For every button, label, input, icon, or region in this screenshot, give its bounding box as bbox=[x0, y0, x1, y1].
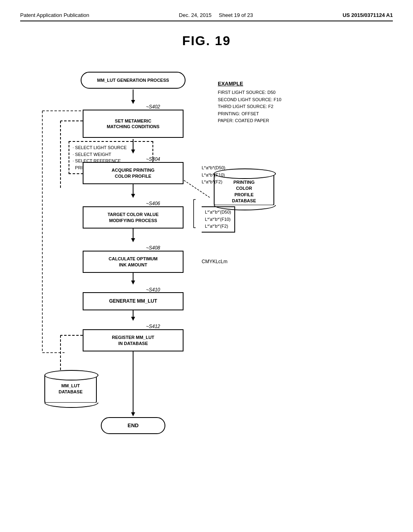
step-s412-label: ~S412 bbox=[146, 324, 160, 329]
step-s406-label: ~S406 bbox=[146, 201, 160, 206]
header-left: Patent Application Publication bbox=[20, 12, 89, 18]
header-patent: US 2015/0371124 A1 bbox=[342, 12, 393, 18]
header-date: Dec. 24, 2015 Sheet 19 of 23 bbox=[179, 12, 253, 18]
step-s404-label: ~S404 bbox=[146, 156, 160, 162]
arrows-svg bbox=[20, 64, 393, 488]
example-text: FIRST LIGHT SOURCE: D50 SECOND LIGHT SOU… bbox=[218, 89, 282, 125]
svg-marker-5 bbox=[131, 194, 135, 198]
svg-marker-11 bbox=[131, 317, 135, 321]
ink-values: CMYKLcLm bbox=[202, 259, 227, 264]
start-oval: MM_LUT GENERATION PROCESS bbox=[81, 72, 186, 89]
step-s404-box: ACQUIRE PRINTING COLOR PROFILE bbox=[83, 162, 184, 184]
step-s408-label: ~S408 bbox=[146, 245, 160, 251]
svg-marker-1 bbox=[131, 100, 135, 104]
step-s402-box: SET METAMERIC MATCHING CONDITIONS bbox=[83, 110, 184, 138]
page: Patent Application Publication Dec. 24, … bbox=[0, 0, 413, 532]
svg-marker-7 bbox=[131, 238, 135, 242]
step-s408-box: CALCULATE OPTIMUM INK AMOUNT bbox=[83, 251, 184, 273]
page-header: Patent Application Publication Dec. 24, … bbox=[20, 12, 393, 21]
svg-marker-13 bbox=[131, 412, 135, 416]
profile-values: L*a*b*(D50) L*a*b*(F10) L*a*b*(F2) bbox=[202, 164, 225, 186]
step-s402-label: ~S402 bbox=[146, 104, 160, 110]
example-section: EXAMPLE FIRST LIGHT SOURCE: D50 SECOND L… bbox=[218, 81, 282, 125]
step-s406-box: TARGET COLOR VALUE MODIFYING PROCESS bbox=[83, 206, 184, 229]
target-values: L*'a*'b*'(D50) L*'a*'b*'(F10) L*'a*'b*'(… bbox=[202, 206, 235, 233]
step-s410-box: GENERATE MM_LUT bbox=[83, 292, 184, 310]
example-label: EXAMPLE bbox=[218, 81, 282, 87]
figure-title: FIG. 19 bbox=[20, 33, 393, 48]
svg-marker-9 bbox=[131, 281, 135, 285]
mm-lut-database: MM_LUT DATABASE bbox=[44, 375, 97, 403]
end-oval: END bbox=[101, 417, 165, 434]
step-s412-box: REGISTER MM_LUT IN DATABASE bbox=[83, 329, 184, 351]
diagram-area: MM_LUT GENERATION PROCESS ~S402 SET META… bbox=[20, 64, 393, 488]
step-s410-label: ~S410 bbox=[146, 287, 160, 293]
publication-label: Patent Application Publication bbox=[20, 12, 89, 18]
